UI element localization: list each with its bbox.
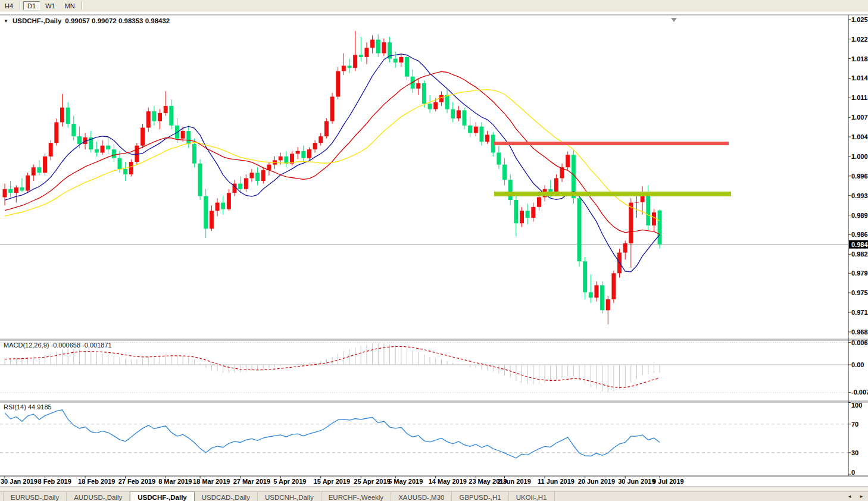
price-tick-label: 0.98250 xyxy=(851,250,868,258)
tab-gbpusd-h1[interactable]: GBPUSD-,H1 xyxy=(452,492,508,501)
tab-scroll-right-icon[interactable]: ► xyxy=(857,493,866,500)
candle-body xyxy=(238,184,242,189)
date-tick-label: 11 Jun 2019 xyxy=(538,478,574,485)
price-tick-label: 1.00770 xyxy=(851,114,868,121)
candle-body xyxy=(3,189,7,198)
candle-body xyxy=(14,187,18,193)
candle-body xyxy=(146,111,151,127)
price-tick-label: 1.02210 xyxy=(851,36,868,43)
chart-dropdown-icon[interactable]: ▼ xyxy=(4,18,8,24)
candle-body xyxy=(514,200,518,223)
candle-body xyxy=(175,126,179,139)
candle-body xyxy=(394,59,398,62)
candle-body xyxy=(589,292,593,298)
candle-body xyxy=(457,110,461,118)
mt4-chart-window: { "ui": { "toolbar": { "buttons": [ {"la… xyxy=(0,0,868,501)
rsi-tick-label: 0 xyxy=(851,469,855,476)
tab-ukoil-h1[interactable]: UKOil-,H1 xyxy=(509,492,555,501)
macd-tick-label: 0.00 xyxy=(851,361,864,368)
candle-body xyxy=(37,167,41,173)
price-tick-label: 1.01850 xyxy=(851,55,868,62)
date-tick-label: 18 Feb 2019 xyxy=(78,478,115,485)
tab-usdcad-daily[interactable]: USDCAD-,Daily xyxy=(195,492,258,501)
timeframe-button-h4[interactable]: H4 xyxy=(1,1,17,10)
price-tick-label: 1.00050 xyxy=(851,153,868,160)
candle-body xyxy=(646,193,650,226)
candle-body xyxy=(32,167,36,176)
candle-body xyxy=(364,48,369,57)
timeframe-button-d1[interactable]: D1 xyxy=(23,1,40,10)
date-tick-label: 20 Jun 2019 xyxy=(578,478,615,485)
candle-body xyxy=(101,146,105,153)
candle-body xyxy=(158,113,162,121)
tab-xauusd-m30[interactable]: XAUUSD-,M30 xyxy=(391,492,452,501)
chart-tab-bar: EURUSD-,Daily AUDUSD-,Daily USDCHF-,Dail… xyxy=(0,491,868,501)
candle-body xyxy=(198,164,202,196)
chart-canvas[interactable]: 1.025701.022101.018501.014901.011301.007… xyxy=(0,0,868,501)
candle-body xyxy=(658,211,662,245)
current-price-tag-label: 0.98432 xyxy=(851,241,868,248)
tab-scroll-arrows: ◄ ► xyxy=(845,492,868,501)
price-tick-label: 1.01490 xyxy=(851,74,868,82)
candle-body xyxy=(405,57,409,77)
tab-scroll-left-icon[interactable]: ◄ xyxy=(845,493,854,500)
candle-body xyxy=(227,193,231,209)
rsi-tick-label: 30 xyxy=(851,449,858,456)
timeframe-button-w1[interactable]: W1 xyxy=(41,1,60,10)
date-tick-label: 30 Jun 2019 xyxy=(618,478,655,485)
candle-body xyxy=(210,211,214,228)
macd-tick-label: -0.00761 xyxy=(851,389,868,396)
chart-title-row: ▼ USDCHF-,Daily 0.99057 0.99072 0.98353 … xyxy=(4,17,170,24)
rsi-tick-label: 70 xyxy=(851,421,858,428)
tab-eurchf-weekly[interactable]: EURCHF-,Weekly xyxy=(321,492,391,501)
price-tick-label: 0.99330 xyxy=(851,192,868,199)
candle-body xyxy=(629,203,633,243)
candle-body xyxy=(463,110,467,126)
tab-eurusd-daily[interactable]: EURUSD-,Daily xyxy=(3,492,67,501)
candle-body xyxy=(600,285,604,310)
candle-body xyxy=(342,65,346,71)
candle-body xyxy=(537,197,541,206)
candle-body xyxy=(261,170,266,181)
candle-body xyxy=(307,149,311,158)
candle-body xyxy=(416,83,420,89)
candle-body xyxy=(164,106,168,113)
candle-body xyxy=(71,124,76,136)
tab-usdchf-daily[interactable]: USDCHF-,Daily xyxy=(130,491,194,501)
candle-body xyxy=(95,149,99,152)
candle-body xyxy=(66,108,70,124)
candle-body xyxy=(129,162,133,174)
candle-body xyxy=(445,95,449,109)
rsi-indicator-label: RSI(14) 44.9185 xyxy=(4,403,52,411)
candle-body xyxy=(531,207,535,218)
candle-body xyxy=(324,121,329,137)
price-tick-label: 1.01130 xyxy=(851,94,868,101)
candle-body xyxy=(554,178,558,193)
price-tick-label: 0.98970 xyxy=(851,212,868,219)
rsi-tick-label: 100 xyxy=(851,402,862,409)
candle-body xyxy=(244,178,248,189)
date-tick-label: 25 Apr 2019 xyxy=(354,478,390,485)
candle-body xyxy=(382,42,386,53)
candle-body xyxy=(192,144,196,164)
price-tick-label: 1.00410 xyxy=(851,133,868,140)
candle-body xyxy=(594,285,598,298)
candle-body xyxy=(221,203,225,209)
candle-body xyxy=(508,180,513,200)
candle-body xyxy=(623,243,627,253)
tab-usdcnh-daily[interactable]: USDCNH-,Daily xyxy=(258,492,321,501)
candle-body xyxy=(479,127,483,142)
candle-body xyxy=(336,71,340,97)
candle-body xyxy=(20,187,24,190)
candle-body xyxy=(468,126,472,133)
candle-body xyxy=(520,211,524,223)
date-tick-label: 2 Jun 2019 xyxy=(498,478,531,485)
candle-body xyxy=(577,198,582,261)
tab-audusd-daily[interactable]: AUDUSD-,Daily xyxy=(67,492,130,501)
chart-plot-area[interactable] xyxy=(0,15,848,338)
candle-body xyxy=(635,202,639,203)
candle-body xyxy=(583,261,587,292)
horizontal-scroll-strip[interactable] xyxy=(0,487,868,491)
timeframe-button-mn[interactable]: MN xyxy=(61,1,79,10)
date-tick-label: 5 Apr 2019 xyxy=(273,478,306,485)
